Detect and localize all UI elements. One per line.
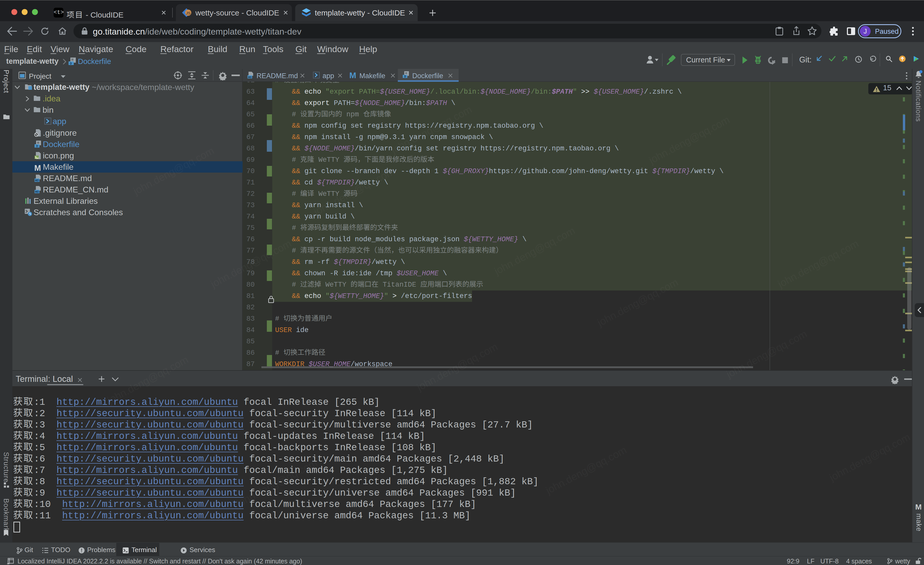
svg-text:MD: MD xyxy=(248,76,252,78)
svg-text:JS: JS xyxy=(186,11,190,15)
svg-text:D: D xyxy=(36,144,38,147)
svg-text:MD: MD xyxy=(35,191,39,193)
svg-text:D: D xyxy=(70,62,72,65)
svg-text:D: D xyxy=(404,75,406,78)
svg-text:MD: MD xyxy=(35,179,39,182)
